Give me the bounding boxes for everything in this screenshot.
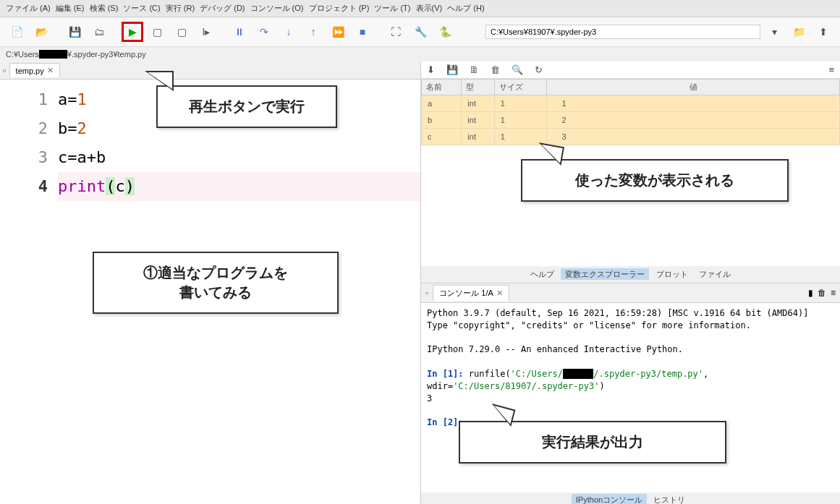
breadcrumb-suffix: ¥.spyder-py3¥temp.py [67,50,146,59]
callout-output: 実行結果が出力 [459,421,726,464]
menu-tools[interactable]: ツール (T) [374,4,410,12]
menu-run[interactable]: 実行 (R) [166,4,195,12]
delete-var-icon[interactable]: 🗑 [491,64,500,75]
run-selection-icon[interactable]: I▸ [195,22,217,42]
console-bottom-tabs: IPythonコンソール ヒストリ [421,492,840,504]
step-into-icon[interactable]: ↓ [278,22,300,42]
search-var-icon[interactable]: 🔍 [512,64,523,75]
import-icon[interactable]: ⬇ [427,64,435,75]
editor-tab[interactable]: temp.py ✕ [9,63,60,77]
run-button[interactable]: ▶ [122,22,143,42]
python-path-icon[interactable]: 🐍 [434,22,456,42]
col-type[interactable]: 型 [462,80,494,95]
console-browse-icon[interactable]: ▫ [425,288,428,298]
new-file-icon[interactable]: 📄 [6,22,27,42]
menu-debug[interactable]: デバッグ (D) [200,4,245,12]
step-out-icon[interactable]: ↑ [302,22,324,42]
col-name[interactable]: 名前 [422,80,462,95]
file-browser-icon[interactable]: ▫ [3,65,7,76]
tab-plots[interactable]: プロット [652,268,692,280]
tab-files[interactable]: ファイル [695,268,735,280]
tab-label: temp.py [16,67,44,75]
table-row[interactable]: aint11 [422,95,840,112]
breadcrumb-prefix: C:¥Users [6,50,39,59]
parent-dir-icon[interactable]: ⬆ [813,22,834,42]
save-as-icon[interactable]: 🗎 [470,64,479,75]
maximize-icon[interactable]: ⛶ [385,22,407,42]
options-icon[interactable]: ≡ [828,64,834,75]
line-gutter: 1 2 3 4 [0,85,58,504]
editor-tab-bar: ▫ temp.py ✕ [0,61,420,80]
menu-project[interactable]: プロジェクト (P) [309,4,370,12]
debug-icon[interactable]: ⏸ [229,22,250,42]
table-row[interactable]: cint13 [422,129,840,145]
menu-file[interactable]: ファイル (A) [6,4,51,12]
right-pane-tabs: ヘルプ 変数エクスプローラー プロット ファイル [421,266,840,283]
var-toolbar: ⬇ 💾 🗎 🗑 🔍 ↻ ≡ [421,61,840,79]
close-tab-icon[interactable]: ✕ [47,66,54,75]
open-folder-icon[interactable]: 📂 [30,22,52,42]
save-vars-icon[interactable]: 💾 [446,64,458,75]
interrupt-icon[interactable]: ▮ [808,288,813,298]
menu-search[interactable]: 検索 (S) [90,4,119,12]
col-value[interactable]: 値 [547,80,840,95]
table-row[interactable]: bint12 [422,112,840,129]
working-dir-input[interactable] [485,25,760,39]
step-over-icon[interactable]: ↷ [253,22,275,42]
preferences-icon[interactable]: 🔧 [410,22,431,42]
console-tab-label: コンソール 1/A [439,288,493,299]
close-console-icon[interactable]: ✕ [496,289,503,298]
run-cell-icon[interactable]: ▢ [146,22,168,42]
redacted-user: xx [39,50,67,59]
dir-dropdown-icon[interactable]: ▾ [763,22,785,42]
variable-table[interactable]: 名前 型 サイズ 値 aint11 bint12 cint13 [421,79,840,145]
menubar: ファイル (A) 編集 (E) 検索 (S) ソース (C) 実行 (R) デバ… [0,0,840,17]
callout-run: 再生ボタンで実行 [156,85,337,128]
console-options-icon[interactable]: ≡ [831,288,836,298]
col-size[interactable]: サイズ [494,80,547,95]
menu-source[interactable]: ソース (C) [123,4,160,12]
console-toolbar: ▫ コンソール 1/A ✕ ▮ 🗑 ≡ [421,283,840,303]
breadcrumb: C:¥Usersxx¥.spyder-py3¥temp.py [0,47,840,61]
redacted: xx [563,369,593,379]
tab-help[interactable]: ヘルプ [526,268,559,280]
save-icon[interactable]: 💾 [64,22,85,42]
menu-edit[interactable]: 編集 (E) [56,4,85,12]
callout-write-program: ①適当なプログラムを 書いてみる [93,252,339,314]
tab-history[interactable]: ヒストリ [649,494,690,504]
tab-variable-explorer[interactable]: 変数エクスプローラー [561,268,649,280]
menu-console[interactable]: コンソール (O) [250,4,304,12]
stop-debug-icon[interactable]: ■ [352,22,373,42]
refresh-icon[interactable]: ↻ [535,64,543,75]
browse-dir-icon[interactable]: 📁 [788,22,810,42]
callout-variables: 使った変数が表示される [521,159,789,202]
tab-ipython[interactable]: IPythonコンソール [572,494,647,504]
continue-icon[interactable]: ⏩ [327,22,349,42]
console-tab[interactable]: コンソール 1/A ✕ [433,285,509,301]
console-output[interactable]: Python 3.9.7 (default, Sep 16 2021, 16:5… [421,303,840,492]
main-toolbar: 📄 📂 💾 🗂 ▶ ▢ ▢ I▸ ⏸ ↷ ↓ ↑ ⏩ ■ ⛶ 🔧 🐍 ▾ 📁 ⬆ [0,17,840,47]
console-pane: ▫ コンソール 1/A ✕ ▮ 🗑 ≡ Python 3.9.7 (defaul… [421,283,840,504]
save-all-icon[interactable]: 🗂 [88,22,110,42]
menu-help[interactable]: ヘルプ (H) [447,4,484,12]
run-cell-advance-icon[interactable]: ▢ [171,22,192,42]
menu-view[interactable]: 表示(V) [416,4,443,12]
clear-console-icon[interactable]: 🗑 [818,288,826,298]
